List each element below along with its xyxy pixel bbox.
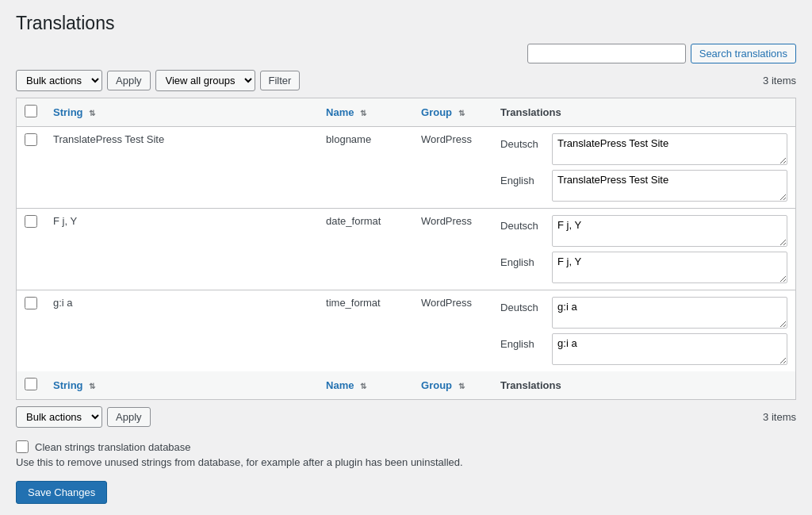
row-translations-0: DeutschEnglish (492, 127, 795, 209)
translation-textarea-0-0[interactable] (552, 133, 787, 165)
row-name-0: blogname (318, 127, 413, 209)
name-footer-sort-link[interactable]: Name ⇅ (326, 379, 366, 391)
row-group-2: WordPress (413, 290, 492, 372)
group-footer-header[interactable]: Group ⇅ (413, 371, 492, 400)
save-changes-button[interactable]: Save Changes (16, 481, 107, 504)
bulk-actions-select-bottom[interactable]: Bulk actions Delete (16, 406, 102, 428)
clean-strings-label[interactable]: Clean strings translation database (35, 441, 191, 453)
table-footer-row: String ⇅ Name ⇅ Group ⇅ (17, 371, 796, 400)
translation-item-2-0: Deutsch (500, 297, 787, 329)
view-all-groups-select[interactable]: View all groups (155, 70, 255, 91)
group-footer-sort-icon: ⇅ (458, 382, 465, 390)
row-checkbox-cell-0[interactable] (17, 127, 46, 209)
bulk-actions-select-top[interactable]: Bulk actions Delete (16, 70, 102, 91)
group-column-header[interactable]: Group ⇅ (413, 98, 492, 127)
string-sort-link[interactable]: String ⇅ (53, 106, 95, 118)
string-sort-icon: ⇅ (89, 109, 95, 117)
translations-footer-header: Translations (492, 371, 795, 400)
table-row: g:i atime_formatWordPressDeutschEnglish (17, 290, 796, 372)
name-sort-link[interactable]: Name ⇅ (326, 106, 366, 118)
apply-button-bottom[interactable]: Apply (107, 407, 151, 427)
select-all-header[interactable] (17, 98, 46, 127)
lang-label-1-1: English (500, 252, 544, 268)
lang-label-0-1: English (500, 170, 544, 186)
items-count-top: 3 items (763, 75, 796, 86)
lang-label-1-0: Deutsch (500, 215, 544, 232)
select-all-footer-checkbox[interactable] (25, 378, 37, 390)
translation-textarea-0-1[interactable] (552, 170, 787, 202)
row-name-2: time_format (318, 290, 413, 372)
lang-label-0-0: Deutsch (500, 133, 544, 150)
group-sort-icon: ⇅ (458, 109, 465, 117)
row-checkbox-0[interactable] (25, 133, 37, 146)
translation-item-0-0: Deutsch (500, 133, 787, 165)
row-string-1: F j, Y (45, 209, 318, 290)
clean-strings-checkbox[interactable] (16, 440, 29, 453)
name-footer-sort-icon: ⇅ (360, 382, 366, 390)
name-column-header[interactable]: Name ⇅ (318, 98, 413, 127)
row-checkbox-1[interactable] (25, 215, 37, 228)
translation-item-1-0: Deutsch (500, 215, 787, 247)
filter-button[interactable]: Filter (260, 71, 301, 90)
table-row: F j, Ydate_formatWordPressDeutschEnglish (17, 209, 796, 290)
items-count-bottom: 3 items (763, 411, 796, 423)
table-header-row: String ⇅ Name ⇅ Group ⇅ (17, 98, 796, 127)
clean-strings-row: Clean strings translation database (16, 440, 796, 453)
bottom-toolbar: Bulk actions Delete Apply 3 items (16, 406, 796, 428)
select-all-checkbox[interactable] (25, 105, 37, 117)
string-column-header[interactable]: String ⇅ (45, 98, 318, 127)
translation-item-1-1: English (500, 252, 787, 283)
page-title: Translations (16, 13, 796, 34)
translation-item-2-1: English (500, 333, 787, 365)
clean-strings-help: Use this to remove unused strings from d… (16, 456, 796, 468)
string-footer-sort-link[interactable]: String ⇅ (53, 379, 95, 391)
row-string-2: g:i a (45, 290, 318, 372)
translation-textarea-2-1[interactable] (552, 333, 787, 365)
string-footer-header[interactable]: String ⇅ (45, 371, 318, 400)
translation-textarea-1-0[interactable] (552, 215, 787, 247)
table-row: TranslatePress Test SiteblognameWordPres… (17, 127, 796, 209)
string-footer-sort-icon: ⇅ (89, 382, 95, 390)
translation-textarea-1-1[interactable] (552, 252, 787, 283)
lang-label-2-1: English (500, 333, 544, 350)
row-checkbox-cell-1[interactable] (17, 209, 46, 290)
search-input[interactable] (527, 44, 686, 63)
row-group-1: WordPress (413, 209, 492, 290)
group-sort-link[interactable]: Group ⇅ (421, 106, 465, 118)
translations-table: String ⇅ Name ⇅ Group ⇅ (16, 98, 796, 400)
row-group-0: WordPress (413, 127, 492, 209)
group-footer-sort-link[interactable]: Group ⇅ (421, 379, 465, 391)
name-footer-header[interactable]: Name ⇅ (318, 371, 413, 400)
row-string-0: TranslatePress Test Site (45, 127, 318, 209)
row-name-1: date_format (318, 209, 413, 290)
translations-column-header: Translations (492, 98, 795, 127)
lang-label-2-0: Deutsch (500, 297, 544, 313)
search-translations-button[interactable]: Search translations (691, 44, 796, 63)
translation-textarea-2-0[interactable] (552, 297, 787, 329)
row-translations-2: DeutschEnglish (492, 290, 795, 372)
row-checkbox-cell-2[interactable] (17, 290, 46, 372)
top-toolbar: Bulk actions Delete Apply View all group… (16, 70, 796, 91)
name-sort-icon: ⇅ (360, 109, 366, 117)
apply-button-top[interactable]: Apply (107, 71, 151, 90)
row-checkbox-2[interactable] (25, 297, 37, 309)
translation-item-0-1: English (500, 170, 787, 202)
select-all-footer[interactable] (17, 371, 46, 400)
row-translations-1: DeutschEnglish (492, 209, 795, 290)
